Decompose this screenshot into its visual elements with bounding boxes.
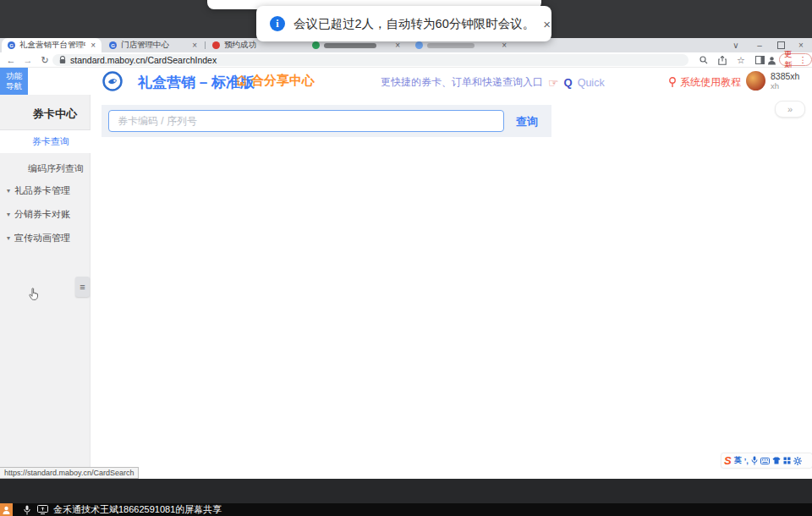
quick-entry-link[interactable]: 更快捷的券卡、订单和快递查询入口 ☞ Q Quick: [381, 75, 605, 90]
update-browser-button[interactable]: 更新 ⋮: [779, 53, 812, 66]
sidebar: 券卡中心 券卡查询 编码序列查询 ▾ 礼品券卡管理 ▾ 分销券卡对账 ▾ 宣传动…: [0, 95, 91, 479]
browser-tab-1[interactable]: G 礼盒营销平台管理中心 ×: [2, 38, 102, 52]
back-button[interactable]: ←: [3, 52, 19, 68]
tutorial-link[interactable]: 系统使用教程: [668, 75, 741, 90]
user-subname: xh: [771, 81, 779, 91]
chevron-down-icon: ▾: [7, 211, 10, 218]
zoom-icon[interactable]: [697, 54, 710, 66]
sidebar-title: 券卡中心: [33, 107, 77, 122]
sidebar-collapse-button[interactable]: ≡: [75, 277, 90, 297]
screen-share-icon[interactable]: [37, 505, 48, 514]
chevron-down-icon: ▾: [7, 234, 10, 242]
ime-toolbar[interactable]: S 英 ’,: [721, 453, 812, 468]
participant-icon[interactable]: [0, 503, 13, 516]
tab-favicon-icon: [415, 41, 423, 49]
tab-separator: [205, 41, 206, 49]
sidebar-item-code-sequence-search[interactable]: 编码序列查询: [0, 157, 91, 180]
tab-close-icon[interactable]: ×: [395, 41, 400, 50]
quick-search-icon: Q: [564, 76, 573, 89]
keyboard-icon[interactable]: [760, 458, 770, 464]
link-status-tooltip: https://standard.maboy.cn/CardSearch: [0, 467, 139, 479]
main-content: 查询 »: [91, 95, 812, 479]
quick-entry-text: 更快捷的券卡、订单和快递查询入口: [381, 75, 543, 90]
forward-button[interactable]: →: [20, 52, 36, 68]
tab-title-obscured: [427, 43, 475, 48]
function-nav-button[interactable]: 功能 导航: [0, 68, 28, 95]
window-minimize-button[interactable]: –: [751, 38, 768, 52]
browser-tab-2[interactable]: G 门店管理中心 ×: [103, 38, 203, 52]
reload-button[interactable]: ↻: [37, 52, 52, 68]
tab-close-icon[interactable]: ×: [91, 41, 96, 50]
info-icon: i: [270, 16, 285, 31]
sidebar-group-label: 分销券卡对账: [14, 208, 70, 221]
desktop-background-bottom: [0, 479, 812, 503]
tab-title-obscured: [324, 43, 376, 48]
mouse-cursor-hand-icon: [29, 288, 39, 300]
bookmark-star-icon[interactable]: ☆: [734, 54, 748, 66]
sidebar-group-label: 宣传动画管理: [14, 232, 70, 244]
app-header: 功能 导航 礼盒营销 – 标准版 合分享中心 更快捷的券卡、订单和快递查询入口 …: [0, 68, 812, 95]
screen: G 礼盒营销平台管理中心 × G 门店管理中心 × 预约成功 × × ∨ – ×: [0, 0, 812, 516]
tab-favicon-icon: G: [8, 41, 15, 49]
microphone-icon[interactable]: [751, 456, 758, 465]
user-name: 8385xh: [771, 71, 799, 81]
screen-share-taskbar: 金禾通技术王斌18662591081的屏幕共享: [0, 503, 812, 516]
nav-toggle-line2: 导航: [6, 81, 22, 91]
url-text: standard.maboy.cn/CardSearchIndex: [70, 55, 217, 65]
tab-title: 预约成功: [224, 40, 256, 51]
sidebar-item-card-search[interactable]: 券卡查询: [0, 130, 91, 153]
tab-title: 礼盒营销平台管理中心: [19, 40, 85, 51]
user-avatar[interactable]: [746, 71, 765, 91]
screen-share-text: 金禾通技术王斌18662591081的屏幕共享: [53, 503, 222, 516]
skin-shirt-icon[interactable]: [772, 457, 781, 464]
app-logo-icon: [102, 71, 123, 91]
share-center-link[interactable]: 合分享中心: [235, 73, 315, 89]
toolbox-grid-icon[interactable]: [783, 457, 791, 464]
tab-close-icon[interactable]: ×: [192, 41, 197, 50]
chevron-down-icon: ▾: [7, 187, 10, 195]
ime-punctuation-indicator[interactable]: ’,: [744, 457, 749, 465]
tab-favicon-icon: [212, 41, 220, 49]
sogou-logo-icon: S: [724, 455, 732, 466]
sidebar-group-label: 礼品券卡管理: [14, 184, 70, 197]
share-icon[interactable]: [716, 54, 729, 66]
browser-toolbar: ← → ↻ standard.maboy.cn/CardSearchIndex …: [0, 52, 812, 68]
search-button[interactable]: 查询: [516, 114, 538, 129]
settings-gear-icon[interactable]: [793, 457, 802, 465]
tab-favicon-icon: G: [109, 41, 117, 49]
pointing-hand-icon: ☞: [548, 76, 559, 90]
lock-icon: [59, 56, 66, 64]
card-search-input[interactable]: [108, 110, 504, 132]
sidebar-group-gift-card-mgmt[interactable]: ▾ 礼品券卡管理: [0, 179, 91, 202]
search-panel: 查询: [102, 105, 551, 137]
address-bar[interactable]: standard.maboy.cn/CardSearchIndex: [52, 54, 689, 66]
ime-language-indicator[interactable]: 英: [734, 455, 742, 466]
kebab-menu-icon[interactable]: ⋮: [799, 55, 808, 64]
nav-toggle-line1: 功能: [6, 71, 22, 81]
profile-icon[interactable]: [765, 54, 778, 66]
pin-icon: [668, 77, 677, 88]
tutorial-label: 系统使用教程: [680, 75, 741, 90]
panel-expand-button[interactable]: »: [775, 101, 805, 118]
tab-favicon-icon: [312, 41, 320, 49]
tab-search-chevron-icon[interactable]: ∨: [727, 38, 744, 52]
meeting-toast: i 会议已超过2人，自动转为60分钟限时会议。 ×: [256, 6, 551, 41]
sidebar-group-distribution-reconciliation[interactable]: ▾ 分销券卡对账: [0, 203, 91, 226]
microphone-status-icon[interactable]: [24, 505, 30, 515]
quick-label: Quick: [578, 77, 605, 89]
toast-message: 会议已超过2人，自动转为60分钟限时会议。: [294, 16, 535, 32]
tab-close-icon[interactable]: ×: [502, 41, 507, 50]
toast-close-icon[interactable]: ×: [543, 17, 551, 31]
sidebar-group-promo-animation-mgmt[interactable]: ▾ 宣传动画管理: [0, 227, 91, 250]
house-icon: [235, 74, 248, 87]
tab-title: 门店管理中心: [121, 40, 169, 51]
share-center-label: 合分享中心: [251, 73, 315, 89]
